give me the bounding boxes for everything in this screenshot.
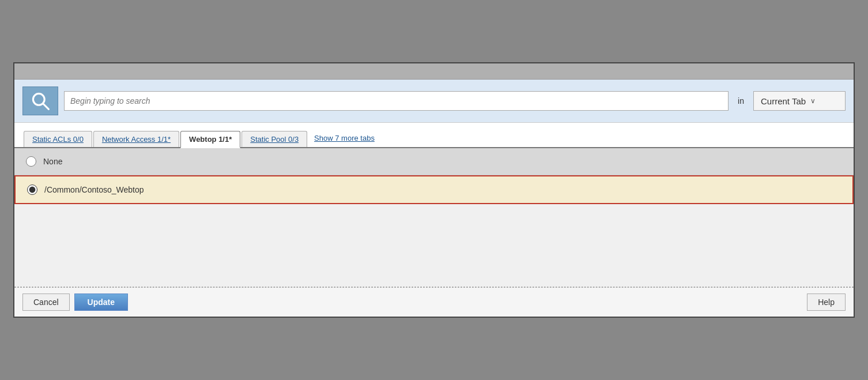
- svg-line-1: [43, 104, 49, 110]
- dialog: in Current Tab ∨ Static ACLs 0/0 Network…: [13, 62, 855, 318]
- scope-label: Current Tab: [761, 96, 806, 106]
- tab-webtop[interactable]: Webtop 1/1*: [180, 131, 240, 148]
- cancel-button[interactable]: Cancel: [22, 294, 70, 311]
- show-more-tabs-link[interactable]: Show 7 more tabs: [314, 134, 375, 147]
- search-input[interactable]: [64, 91, 729, 111]
- option-none-radio[interactable]: [26, 156, 36, 167]
- tab-static-acls[interactable]: Static ACLs 0/0: [24, 131, 92, 147]
- footer-left-buttons: Cancel Update: [22, 294, 128, 311]
- search-icon-box: [22, 86, 58, 115]
- chevron-down-icon: ∨: [810, 97, 816, 105]
- tabs-row: Static ACLs 0/0 Network Access 1/1* Webt…: [14, 123, 854, 148]
- option-webtop-radio[interactable]: [27, 185, 37, 195]
- title-bar: [14, 63, 854, 80]
- tab-static-pool[interactable]: Static Pool 0/3: [241, 131, 307, 147]
- option-none-row: None: [14, 148, 854, 175]
- option-none-label: None: [43, 157, 62, 166]
- update-button[interactable]: Update: [74, 294, 128, 311]
- help-button[interactable]: Help: [807, 294, 846, 311]
- option-webtop-label: /Common/Contoso_Webtop: [44, 185, 144, 194]
- tab-network-access[interactable]: Network Access 1/1*: [93, 131, 179, 147]
- search-row: in Current Tab ∨: [14, 80, 854, 123]
- search-icon: [30, 91, 51, 111]
- in-label: in: [738, 96, 744, 106]
- footer: Cancel Update Help: [14, 287, 854, 317]
- empty-content-space: [14, 204, 854, 273]
- scope-dropdown[interactable]: Current Tab ∨: [753, 91, 846, 111]
- option-webtop-row: /Common/Contoso_Webtop: [14, 175, 854, 204]
- content-area: None /Common/Contoso_Webtop: [14, 148, 854, 287]
